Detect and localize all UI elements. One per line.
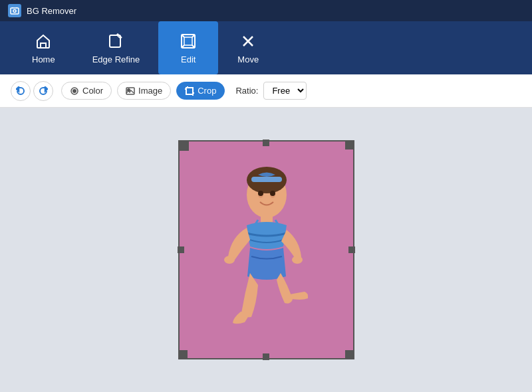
svg-rect-0 xyxy=(11,8,19,14)
nav-edge-refine[interactable]: Edge Refine xyxy=(74,21,159,74)
nav-home-label: Home xyxy=(32,54,55,64)
svg-point-19 xyxy=(292,256,303,264)
home-icon xyxy=(34,32,53,50)
image-frame xyxy=(178,140,354,359)
ratio-select[interactable]: Free 1:1 4:3 16:9 3:2 xyxy=(263,82,307,100)
toolbar: Color Image Crop Ratio: Free 1:1 4:3 16:… xyxy=(0,74,532,108)
edge-refine-icon xyxy=(106,32,125,50)
svg-rect-4 xyxy=(184,37,192,45)
svg-point-15 xyxy=(258,191,263,196)
svg-point-1 xyxy=(13,10,16,13)
svg-point-16 xyxy=(270,191,275,196)
nav-bar: Home Edge Refine Edit M xyxy=(0,21,532,74)
svg-point-8 xyxy=(128,89,130,91)
svg-rect-12 xyxy=(251,177,282,182)
app-title: BG Remover xyxy=(27,6,76,16)
crop-label: Crop xyxy=(198,86,216,96)
child-photo xyxy=(178,140,354,359)
ratio-label: Ratio: xyxy=(235,86,258,96)
crop-button[interactable]: Crop xyxy=(176,82,225,100)
color-label: Color xyxy=(82,86,103,96)
edit-icon xyxy=(179,32,198,50)
svg-point-18 xyxy=(224,256,235,264)
redo-button[interactable] xyxy=(33,81,53,101)
nav-edit[interactable]: Edit xyxy=(158,21,218,74)
nav-move-label: Move xyxy=(237,54,259,64)
image-button[interactable]: Image xyxy=(117,82,171,100)
canvas-area xyxy=(0,108,532,392)
nav-edge-refine-label: Edge Refine xyxy=(92,54,140,64)
undo-button[interactable] xyxy=(11,81,31,101)
nav-move[interactable]: Move xyxy=(218,21,278,74)
nav-edit-label: Edit xyxy=(181,54,196,64)
nav-home[interactable]: Home xyxy=(13,21,74,74)
ratio-group: Ratio: Free 1:1 4:3 16:9 3:2 xyxy=(235,82,307,100)
move-icon xyxy=(239,32,257,50)
undo-redo-group xyxy=(11,81,53,101)
color-button[interactable]: Color xyxy=(61,82,112,100)
svg-rect-9 xyxy=(186,88,193,94)
app-icon xyxy=(8,4,21,17)
image-label: Image xyxy=(138,86,162,96)
title-bar: BG Remover xyxy=(0,0,532,21)
svg-point-6 xyxy=(73,90,76,92)
